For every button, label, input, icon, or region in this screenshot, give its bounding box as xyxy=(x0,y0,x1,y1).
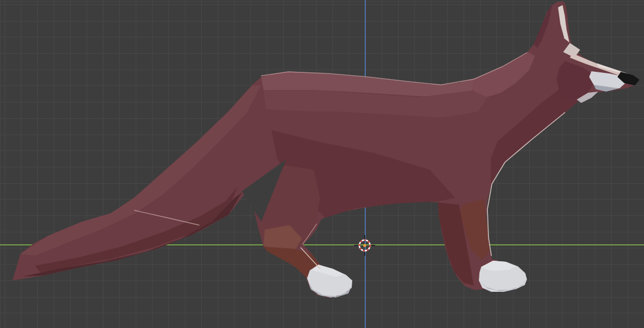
object-origin-dot xyxy=(363,244,366,247)
3d-cursor xyxy=(355,235,375,256)
3d-viewport[interactable] xyxy=(0,0,644,328)
fox-model[interactable] xyxy=(12,1,639,298)
